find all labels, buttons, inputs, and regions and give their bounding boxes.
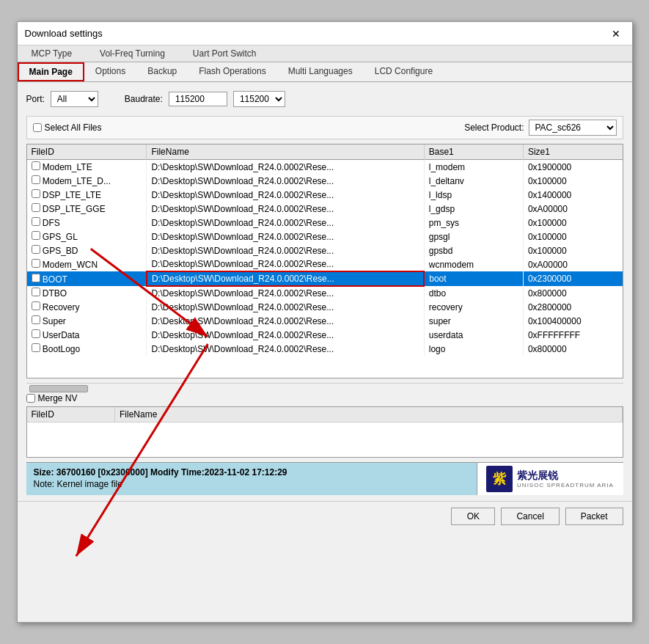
dialog-title: Download settings [25,28,103,39]
baudrate-select[interactable]: 115200 57600 38400 9600 [233,91,285,107]
row-filename: D:\Desktop\SW\Download_R24.0.0002\Rese..… [147,216,424,230]
row-base1: l_gdsp [424,202,523,216]
table-row[interactable]: GPS_BDD:\Desktop\SW\Download_R24.0.0002\… [27,244,623,257]
table-row[interactable]: DSP_LTE_GGED:\Desktop\SW\Download_R24.0.… [27,202,623,216]
table-row[interactable]: GPS_GLD:\Desktop\SW\Download_R24.0.0002\… [27,230,623,244]
ok-button[interactable]: OK [451,508,495,525]
row-size1: 0x100400000 [523,314,622,328]
row-checkbox[interactable] [32,301,40,310]
merge-table-header: FileID FileName [27,407,623,422]
row-size1: 0x100000 [523,244,622,257]
row-checkbox[interactable] [32,343,40,352]
row-size1: 0x100000 [523,216,622,230]
row-base1: gpsgl [424,230,523,244]
tab-lcd-configure[interactable]: LCD Configure [364,62,444,81]
tab-options[interactable]: Options [84,62,136,81]
horizontal-scrollbar[interactable] [26,383,623,393]
scrollbar-thumb[interactable] [29,385,88,392]
row-filename: D:\Desktop\SW\Download_R24.0.0002\Rese..… [147,174,424,188]
select-all-checkbox[interactable] [33,123,42,132]
row-checkbox[interactable] [32,259,40,268]
row-fileid: BOOT [40,274,67,285]
table-row[interactable]: SuperD:\Desktop\SW\Download_R24.0.0002\R… [27,314,623,328]
cancel-button[interactable]: Cancel [501,508,559,525]
row-filename: D:\Desktop\SW\Download_R24.0.0002\Rese..… [147,300,424,314]
bottom-tab-row: Main Page Options Backup Flash Operation… [18,62,632,82]
product-label: Select Product: [464,122,524,133]
merge-table-container: FileID FileName [26,406,623,458]
row-size1: 0x800000 [523,342,622,356]
row-fileid: GPS_BD [40,246,78,256]
row-filename: D:\Desktop\SW\Download_R24.0.0002\Rese..… [147,244,424,257]
row-checkbox[interactable] [32,175,40,184]
row-checkbox[interactable] [32,329,40,338]
select-all-label: Select All Files [45,122,102,133]
file-table: FileID FileName Base1 Size1 Modem_LTED:\… [27,144,623,356]
merge-nv-checkbox[interactable] [26,394,35,403]
row-fileid: Modem_LTE [40,162,92,172]
product-section: Select Product: PAC_sc626 PAC_sc627 [464,120,616,136]
row-checkbox[interactable] [32,203,40,212]
select-all-section: Select All Files [33,122,465,133]
merge-table: FileID FileName [27,407,623,422]
row-base1: l_ldsp [424,188,523,202]
file-table-container[interactable]: FileID FileName Base1 Size1 Modem_LTED:\… [26,144,623,378]
row-filename: D:\Desktop\SW\Download_R24.0.0002\Rese..… [147,257,424,271]
tab-backup[interactable]: Backup [136,62,188,81]
port-select[interactable]: All COM1 COM2 COM3 [51,91,98,107]
baudrate-value: 115200 [169,92,227,106]
tab-flash-operations[interactable]: Flash Operations [188,62,276,81]
col-header-fileid: FileID [27,144,147,160]
tab-main-page[interactable]: Main Page [18,62,84,81]
table-row[interactable]: DSP_LTE_LTED:\Desktop\SW\Download_R24.0.… [27,188,623,202]
table-row[interactable]: RecoveryD:\Desktop\SW\Download_R24.0.000… [27,300,623,314]
row-checkbox[interactable] [32,161,40,170]
table-row[interactable]: BootLogoD:\Desktop\SW\Download_R24.0.000… [27,342,623,356]
col-header-filename: FileName [147,144,424,160]
row-fileid: DTBO [40,288,67,299]
row-checkbox[interactable] [32,231,40,240]
table-row[interactable]: Modem_LTE_D...D:\Desktop\SW\Download_R24… [27,174,623,188]
logo-box: 紫 紫光展锐 UNISOC SPREADTRUM ARIA [486,466,614,492]
row-base1: pm_sys [424,216,523,230]
row-checkbox[interactable] [32,217,40,226]
merge-col-fileid: FileID [27,407,115,422]
bottom-buttons: OK Cancel Packet [18,501,632,531]
top-tab-row: MCP Type Vol-Freq Turning Uart Port Swit… [18,45,632,62]
row-filename: D:\Desktop\SW\Download_R24.0.0002\Rese..… [147,286,424,300]
tab-vol-freq[interactable]: Vol-Freq Turning [86,45,179,62]
logo-text-block: 紫光展锐 UNISOC SPREADTRUM ARIA [517,469,614,489]
table-row[interactable]: DTBOD:\Desktop\SW\Download_R24.0.0002\Re… [27,286,623,300]
table-row[interactable]: Modem_WCND:\Desktop\SW\Download_R24.0.00… [27,257,623,271]
row-size1: 0x1900000 [523,160,622,175]
row-base1: wcnmodem [424,257,523,271]
row-fileid: GPS_GL [40,232,78,242]
logo-icon: 紫 [486,466,513,492]
row-filename: D:\Desktop\SW\Download_R24.0.0002\Rese..… [147,328,424,342]
row-checkbox[interactable] [32,315,40,324]
table-row[interactable]: BOOTD:\Desktop\SW\Download_R24.0.0002\Re… [27,271,623,286]
row-checkbox[interactable] [32,288,40,296]
tab-multi-languages[interactable]: Multi Languages [277,62,364,81]
download-settings-dialog: Download settings ✕ MCP Type Vol-Freq Tu… [17,21,633,623]
tab-mcp-type[interactable]: MCP Type [18,45,87,62]
logo-main-text: 紫光展锐 [517,469,614,482]
tab-uart[interactable]: Uart Port Switch [179,45,271,62]
merge-nv-section: Merge NV FileID FileName [26,393,623,458]
row-filename: D:\Desktop\SW\Download_R24.0.0002\Rese..… [147,230,424,244]
table-row[interactable]: Modem_LTED:\Desktop\SW\Download_R24.0.00… [27,160,623,175]
row-fileid: DFS [40,218,60,228]
close-button[interactable]: ✕ [607,26,625,41]
product-select[interactable]: PAC_sc626 PAC_sc627 [529,120,617,136]
row-checkbox[interactable] [32,245,40,254]
packet-button[interactable]: Packet [565,508,623,525]
row-size1: 0x100000 [523,230,622,244]
row-checkbox[interactable] [32,189,40,198]
table-row[interactable]: UserDataD:\Desktop\SW\Download_R24.0.000… [27,328,623,342]
table-row[interactable]: DFSD:\Desktop\SW\Download_R24.0.0002\Res… [27,216,623,230]
row-checkbox[interactable] [32,274,40,282]
row-base1: userdata [424,328,523,342]
col-header-size1: Size1 [523,144,622,160]
row-base1: dtbo [424,286,523,300]
row-size1: 0xFFFFFFFF [523,328,622,342]
